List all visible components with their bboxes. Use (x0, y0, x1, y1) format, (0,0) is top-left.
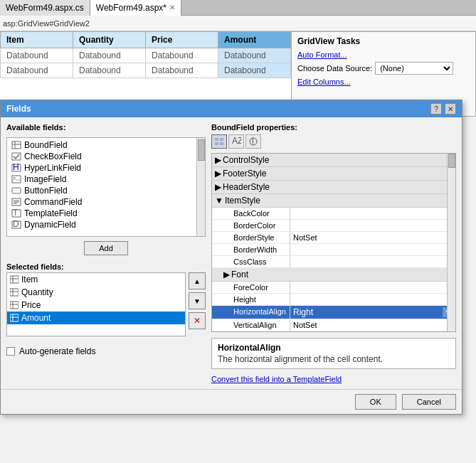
dialog-close-button[interactable]: ✕ (445, 103, 456, 115)
prop-value[interactable] (290, 294, 455, 305)
cell: Databound (73, 48, 146, 63)
templatefield-icon: T (11, 208, 21, 218)
selected-item-quantity[interactable]: Quantity (7, 286, 185, 299)
ok-button[interactable]: OK (355, 394, 396, 410)
field-label: TemplateField (24, 208, 78, 218)
available-fields-scrollbar[interactable] (196, 138, 205, 236)
props-categorized-button[interactable] (211, 134, 227, 149)
controlstyle-header[interactable]: ▶ ControlStyle (212, 154, 455, 167)
footerstyle-header[interactable]: ▶ FooterStyle (212, 167, 455, 181)
col-price: Price (146, 32, 218, 48)
prop-name: BackColor (212, 208, 290, 219)
fields-dialog: Fields ? ✕ Available fields: BoundField (0, 100, 462, 415)
properties-grid: ▶ ControlStyle ▶ FooterStyle ▶ HeaderSty… (211, 153, 456, 332)
autogenerate-label: Auto-generate fields (19, 346, 95, 356)
hyperlinkfield-icon: H (11, 163, 21, 173)
svg-text:D: D (13, 220, 19, 229)
itemstyle-header[interactable]: ▼ ItemStyle (212, 194, 455, 208)
tab-close-icon[interactable]: ✕ (169, 4, 175, 11)
svg-text:i: i (252, 137, 254, 146)
choose-datasource-label: Choose Data Source: (297, 64, 372, 73)
props-grid-inner: ▶ ControlStyle ▶ FooterStyle ▶ HeaderSty… (212, 154, 455, 331)
prop-value[interactable] (290, 282, 455, 293)
prop-row-verticalalign: VerticalAlign NotSet (212, 319, 455, 331)
group-label: HeaderStyle (223, 182, 270, 192)
selected-fields-listbox[interactable]: Item Quantity Price Amount (6, 272, 186, 336)
headerstyle-header[interactable]: ▶ HeaderStyle (212, 181, 455, 194)
prop-value[interactable]: Right ▼ (290, 306, 455, 319)
props-extra-button[interactable]: i (245, 134, 261, 149)
svg-rect-8 (12, 188, 21, 193)
description-area: HorizontalAlign The horizontal alignment… (211, 338, 456, 369)
svg-rect-30 (220, 138, 223, 141)
expand-icon: ▶ (215, 155, 221, 165)
selected-item-amount[interactable]: Amount (7, 312, 185, 324)
add-button[interactable]: Add (84, 241, 128, 255)
auto-format-link[interactable]: Auto Format... (297, 50, 470, 59)
field-item-imagefield[interactable]: ImageField (9, 174, 203, 185)
gv-tasks-title: GridView Tasks (297, 36, 470, 46)
props-toolbar: AZ i (211, 134, 456, 149)
expand-icon: ▼ (215, 196, 223, 206)
prop-value[interactable]: NotSet (290, 232, 455, 243)
selected-item-label: Amount (21, 313, 51, 323)
group-label: ItemStyle (225, 196, 260, 206)
cancel-button[interactable]: Cancel (402, 394, 456, 410)
expand-icon: ▶ (215, 169, 221, 179)
field-item-dynamicfield[interactable]: D DynamicField (9, 219, 203, 230)
convert-to-template-link[interactable]: Convert this field into a TemplateField (211, 375, 456, 383)
field-item-commandfield[interactable]: CommandField (9, 196, 203, 208)
prop-name: BorderColor (212, 220, 290, 231)
col-item: Item (1, 32, 73, 48)
autogenerate-checkbox[interactable] (6, 347, 15, 356)
available-fields-listbox[interactable]: BoundField CheckBoxField H HyperLinkFiel… (6, 137, 206, 237)
prop-row-bordercolor: BorderColor (212, 220, 455, 232)
move-down-button[interactable]: ▼ (189, 292, 206, 309)
svg-rect-17 (10, 276, 18, 283)
svg-rect-6 (12, 176, 21, 183)
choose-datasource-select[interactable]: (None) (375, 62, 453, 75)
svg-text:H: H (13, 163, 19, 172)
svg-rect-20 (10, 289, 18, 296)
gridview-table: Item Quantity Price Amount Databound Dat… (0, 31, 291, 78)
svg-rect-23 (10, 302, 18, 309)
prop-name: BorderWidth (212, 244, 290, 255)
field-item-hyperlinkfield[interactable]: H HyperLinkField (9, 162, 203, 174)
edit-columns-link[interactable]: Edit Columns... (297, 78, 470, 86)
tab-webform-aspx[interactable]: WebForm49.aspx* ✕ (90, 0, 181, 16)
group-label: Font (231, 270, 248, 280)
field-item-boundfield[interactable]: BoundField (9, 139, 203, 151)
selected-fields-row: Item Quantity Price Amount (6, 272, 206, 336)
field-item-templatefield[interactable]: T TemplateField (9, 208, 203, 219)
svg-rect-0 (12, 142, 21, 149)
tab-bar: WebForm49.aspx.cs WebForm49.aspx* ✕ (0, 0, 476, 16)
selected-item-price[interactable]: Price (7, 299, 185, 312)
dynamicfield-icon: D (11, 220, 21, 230)
field-item-checkboxfield[interactable]: CheckBoxField (9, 151, 203, 162)
prop-name: ForeColor (212, 282, 290, 293)
field-label: HyperLinkField (24, 163, 81, 173)
tab-webform-cs[interactable]: WebForm49.aspx.cs (0, 0, 90, 16)
font-header[interactable]: ▶ Font (212, 268, 455, 282)
prop-name: Height (212, 294, 290, 305)
cell: Databound (218, 63, 291, 78)
props-alphabetical-button[interactable]: AZ (228, 134, 244, 149)
selected-item-item[interactable]: Item (7, 273, 185, 286)
available-fields-list: BoundField CheckBoxField H HyperLinkFiel… (7, 138, 205, 232)
prop-value[interactable] (290, 208, 455, 219)
props-scrollbar[interactable] (447, 154, 455, 331)
dialog-titlebar: Fields ? ✕ (1, 100, 462, 117)
prop-value[interactable] (290, 220, 455, 231)
move-up-button[interactable]: ▲ (189, 272, 206, 289)
delete-button[interactable]: ✕ (189, 312, 206, 329)
dialog-help-button[interactable]: ? (430, 103, 442, 115)
prop-row-cssclass: CssClass (212, 256, 455, 268)
prop-value[interactable] (290, 256, 455, 267)
prop-value[interactable] (290, 244, 455, 255)
prop-row-horizontalalign[interactable]: HorizontalAlign Right ▼ (212, 306, 455, 319)
prop-value[interactable]: NotSet (290, 319, 455, 331)
prop-value-text: Right (293, 307, 313, 317)
field-item-buttonfield[interactable]: ButtonField (9, 185, 203, 196)
expand-icon: ▶ (223, 270, 230, 280)
buttonfield-icon (11, 186, 21, 196)
